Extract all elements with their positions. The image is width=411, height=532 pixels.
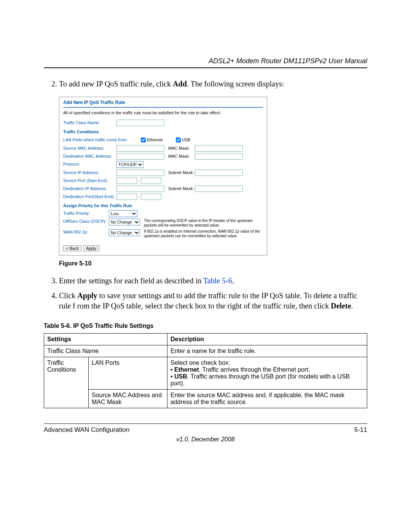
desc-b1-rest: . Traffic arrives through the Ethernet p…	[199, 366, 310, 373]
step-4-bold1: Apply	[77, 291, 97, 300]
back-button[interactable]: < Back	[63, 245, 81, 251]
step-2: To add new IP QoS traffic rule, click Ad…	[59, 79, 367, 89]
desc-pre: Select one check box:	[170, 359, 230, 366]
page-header: ADSL2+ Modem Router DM111PSPv2 User Manu…	[44, 57, 367, 65]
steps-list: To add new IP QoS traffic rule, click Ad…	[59, 79, 367, 89]
ethernet-checkbox-label: Ethernet	[139, 136, 163, 144]
src-mac-mask-input[interactable]	[195, 145, 243, 152]
step-2-bold: Add	[173, 80, 187, 88]
footer-right: 5-11	[354, 426, 367, 434]
apply-button[interactable]: Apply	[83, 245, 99, 251]
dst-port-start-input[interactable]	[116, 193, 137, 200]
src-mac-mask-label: MAC Mask:	[168, 145, 195, 151]
table-row: Source MAC Address and MAC Mask Enter th…	[44, 390, 367, 408]
td-setting-sub: LAN Ports	[89, 357, 167, 390]
footer-separator	[44, 423, 367, 424]
header-separator	[44, 67, 367, 68]
step-3-post: .	[232, 276, 234, 285]
step-4: Click Apply to save your settings and to…	[59, 291, 367, 311]
ethernet-checkbox[interactable]	[141, 137, 146, 142]
step-4-post: .	[351, 302, 353, 310]
desc-b1-bold: Ethernet	[174, 366, 199, 373]
table-row: Traffic Class Name Enter a name for the …	[44, 345, 367, 357]
src-ip-input[interactable]	[116, 169, 164, 176]
figure-caption: Figure 5-10	[59, 259, 367, 268]
src-ip-label: Source IP Address:	[63, 170, 116, 176]
step-2-post: . The following screen displays:	[187, 80, 284, 88]
table-caption: Table 5-6. IP QoS Traffic Rule Settings	[44, 323, 367, 329]
usb-checkbox-label: USB	[174, 136, 191, 144]
src-port-end-input[interactable]	[141, 177, 161, 184]
step-3-pre: Enter the settings for each field as des…	[59, 276, 203, 285]
settings-table: Settings Description Traffic Class Name …	[44, 333, 367, 408]
section-assign-priority: Assign Priority for this Traffic Rule	[63, 203, 263, 209]
lan-ports-label: LAN Ports which traffic come from:	[63, 137, 139, 143]
dash-icon: -	[138, 194, 140, 200]
step-4-mid: to save your settings and to add the tra…	[59, 291, 357, 310]
th-settings: Settings	[44, 334, 167, 345]
traffic-class-name-label: Traffic Class Name:	[63, 120, 116, 126]
dst-subnet-label: Subnet Mask:	[168, 186, 195, 192]
dscp-hint: The corresponding DSCP value in the IP h…	[144, 219, 263, 228]
desc-b2-rest: . Traffic arrives through the USB port (…	[170, 373, 350, 387]
src-port-label: Source Port (Start-End):	[63, 178, 116, 184]
usb-text: USB	[182, 137, 191, 143]
qos-rule-screenshot: Add New IP QoS Traffic Rule All of speci…	[59, 97, 267, 256]
protocol-label: Protocol:	[63, 161, 116, 167]
th-description: Description	[167, 334, 367, 345]
shot-intro: All of specified conditions in the traff…	[63, 110, 263, 116]
ethernet-text: Ethernet	[147, 137, 163, 143]
traffic-class-name-input[interactable]	[116, 120, 164, 126]
dst-mac-input[interactable]	[116, 153, 164, 160]
dst-mac-mask-input[interactable]	[195, 153, 243, 160]
step-4-pre: Click	[59, 291, 77, 300]
protocol-select[interactable]: TCP/UDP	[116, 161, 143, 168]
src-port-start-input[interactable]	[116, 177, 137, 184]
src-mac-input[interactable]	[116, 145, 164, 152]
td-description: Enter a name for the traffic rule.	[167, 345, 367, 357]
wan-hint: If 802.1q is enabled on Internet connect…	[144, 229, 263, 238]
table-row: Traffic Conditions LAN Ports Select one …	[44, 357, 367, 390]
usb-checkbox[interactable]	[176, 137, 181, 142]
step-4-bold2: Delete	[331, 302, 351, 310]
wan-label: WAN 802.1p:	[63, 229, 109, 235]
footer-version: v1.0, December 2008	[44, 436, 367, 443]
footer-left: Advanced WAN Configuration	[44, 426, 129, 434]
table-link[interactable]: Table 5-6	[203, 276, 232, 285]
wan-select[interactable]: No Change	[109, 229, 140, 236]
td-description: Enter the source MAC address and, if app…	[167, 390, 367, 408]
td-setting-sub: Source MAC Address and MAC Mask	[89, 390, 167, 408]
desc-b2-bold: USB	[174, 373, 187, 380]
priority-label: Traffic Priority:	[63, 211, 109, 216]
step-3: Enter the settings for each field as des…	[59, 276, 367, 286]
table-header-row: Settings Description	[44, 334, 367, 345]
priority-select[interactable]: Low	[109, 210, 137, 217]
td-setting: Traffic Class Name	[44, 345, 167, 357]
step-2-pre: To add new IP QoS traffic rule, click	[59, 80, 173, 88]
footer-row: Advanced WAN Configuration 5-11	[44, 426, 367, 434]
section-traffic-conditions: Traffic Conditions	[63, 129, 263, 135]
dscp-select[interactable]: No Change	[109, 219, 140, 225]
dst-mac-mask-label: MAC Mask:	[168, 153, 195, 159]
dst-mac-label: Destination MAC Address:	[63, 153, 116, 159]
dst-port-end-input[interactable]	[141, 193, 161, 200]
dst-subnet-input[interactable]	[195, 185, 243, 192]
dash-icon: -	[138, 178, 140, 184]
td-description: Select one check box: • Ethernet. Traffi…	[167, 357, 367, 390]
shot-title: Add New IP QoS Traffic Rule	[63, 100, 125, 105]
src-subnet-input[interactable]	[195, 169, 243, 176]
dst-ip-input[interactable]	[116, 185, 164, 192]
dst-ip-label: Destination IP Address:	[63, 186, 116, 192]
src-subnet-label: Subnet Mask:	[168, 170, 195, 176]
dst-port-label: Destination Port(Start-End):	[63, 194, 116, 200]
steps-list-cont: Enter the settings for each field as des…	[59, 276, 367, 311]
td-setting-group: Traffic Conditions	[44, 357, 89, 408]
src-mac-label: Source MAC Address:	[63, 145, 116, 151]
dscp-label: DiffServ Class (DSCP):	[63, 219, 109, 224]
